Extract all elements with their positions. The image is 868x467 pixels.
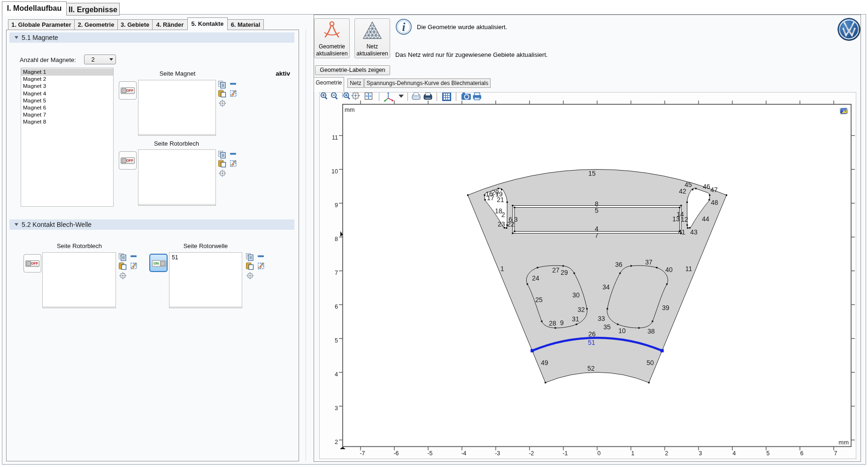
svg-text:26: 26	[588, 330, 596, 338]
svg-text:2: 2	[665, 450, 668, 457]
svg-text:6: 6	[335, 304, 338, 310]
svg-text:52: 52	[587, 365, 595, 372]
svg-text:11: 11	[685, 265, 692, 272]
svg-text:36: 36	[615, 261, 622, 268]
svg-text:8: 8	[335, 236, 338, 242]
svg-text:-6: -6	[393, 450, 399, 457]
svg-text:-3: -3	[495, 450, 500, 457]
svg-text:33: 33	[598, 315, 605, 322]
svg-text:40: 40	[665, 266, 673, 273]
svg-text:5: 5	[595, 207, 599, 214]
svg-text:9: 9	[335, 202, 338, 209]
svg-text:1: 1	[500, 265, 504, 272]
svg-text:3: 3	[699, 450, 702, 457]
svg-text:30: 30	[572, 291, 580, 299]
svg-text:32: 32	[577, 306, 585, 313]
svg-text:4: 4	[733, 450, 736, 457]
svg-text:7: 7	[335, 270, 338, 276]
svg-text:25: 25	[535, 296, 543, 304]
svg-text:15: 15	[588, 170, 596, 177]
svg-text:3: 3	[514, 216, 518, 223]
svg-text:-2: -2	[529, 450, 534, 457]
svg-text:31: 31	[572, 315, 579, 323]
svg-text:51: 51	[588, 339, 595, 346]
svg-text:41: 41	[678, 228, 685, 236]
svg-text:50: 50	[646, 359, 654, 366]
svg-text:46: 46	[703, 183, 710, 190]
svg-text:13: 13	[672, 215, 680, 223]
svg-text:10: 10	[331, 168, 338, 175]
svg-text:-7: -7	[360, 450, 365, 457]
svg-text:27: 27	[552, 266, 560, 274]
svg-text:0: 0	[598, 450, 601, 457]
svg-text:-1: -1	[562, 450, 568, 457]
svg-text:12: 12	[681, 216, 688, 223]
svg-text:47: 47	[710, 186, 718, 194]
svg-text:6: 6	[800, 450, 804, 457]
svg-text:34: 34	[602, 283, 610, 291]
svg-text:2: 2	[335, 439, 338, 445]
svg-text:28: 28	[549, 319, 556, 327]
svg-text:29: 29	[561, 269, 568, 276]
svg-text:mm: mm	[838, 439, 849, 446]
svg-text:11: 11	[332, 134, 338, 141]
svg-text:35: 35	[603, 323, 611, 331]
svg-text:mm: mm	[345, 106, 355, 113]
svg-text:4: 4	[335, 371, 338, 378]
svg-text:10: 10	[618, 327, 626, 335]
svg-text:38: 38	[647, 327, 655, 335]
svg-text:39: 39	[662, 304, 669, 311]
svg-text:23: 23	[498, 220, 505, 228]
svg-text:24: 24	[532, 274, 539, 282]
svg-text:5: 5	[767, 450, 770, 457]
svg-text:-4: -4	[461, 450, 466, 457]
svg-text:43: 43	[690, 228, 698, 236]
svg-text:-5: -5	[427, 450, 432, 457]
svg-text:2: 2	[501, 211, 505, 218]
svg-text:21: 21	[497, 196, 504, 203]
svg-text:22: 22	[507, 220, 515, 228]
svg-text:5: 5	[335, 337, 338, 344]
svg-text:37: 37	[645, 258, 653, 266]
svg-text:1: 1	[631, 450, 635, 457]
svg-text:45: 45	[684, 181, 692, 188]
svg-text:9: 9	[560, 319, 564, 327]
svg-text:42: 42	[679, 187, 686, 195]
svg-text:3: 3	[335, 405, 338, 412]
svg-text:i: i	[402, 21, 406, 33]
svg-text:48: 48	[711, 199, 718, 206]
svg-text:44: 44	[702, 215, 709, 223]
svg-text:7: 7	[834, 450, 837, 457]
svg-text:7: 7	[595, 232, 599, 239]
svg-text:49: 49	[541, 359, 548, 366]
